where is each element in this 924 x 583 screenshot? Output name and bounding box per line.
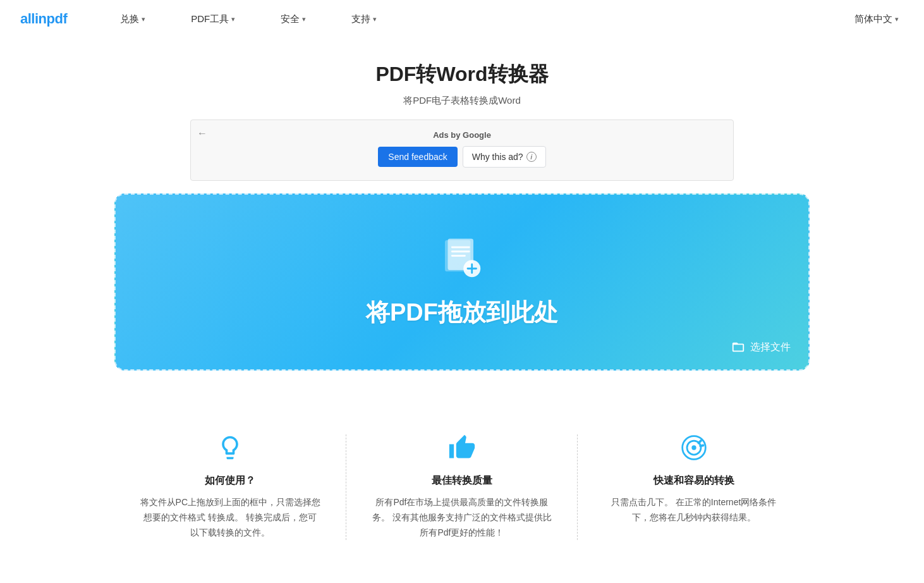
page-header: PDF转Word转换器 将PDF电子表格转换成Word [0, 38, 924, 120]
svg-point-10 [691, 445, 696, 450]
feature-title-3: 快速和容易的转换 [653, 474, 734, 488]
logo-text-1: allin [20, 11, 47, 27]
folder-open-icon [731, 340, 745, 354]
navbar: allinpdf 兑换 ▾ PDF工具 ▾ 安全 ▾ 支持 ▾ 简体中文 ▾ [0, 0, 924, 38]
feature-desc-1: 将文件从PC上拖放到上面的框中，只需选择您想要的文件格式 转换成。 转换完成后，… [140, 495, 321, 540]
cursor-click-icon [680, 434, 708, 464]
chevron-down-icon: ▾ [302, 15, 306, 23]
choose-file-button[interactable]: 选择文件 [731, 340, 791, 354]
ad-section: ← Ads by Google Send feedback Why this a… [178, 120, 746, 181]
nav-item-exchange[interactable]: 兑换 ▾ [97, 0, 168, 38]
main-content: PDF转Word转换器 将PDF电子表格转换成Word ← Ads by Goo… [0, 38, 924, 583]
chevron-down-icon: ▾ [142, 15, 145, 23]
nav-item-security[interactable]: 安全 ▾ [258, 0, 329, 38]
feature-title-1: 如何使用？ [205, 474, 255, 488]
nav-items: 兑换 ▾ PDF工具 ▾ 安全 ▾ 支持 ▾ [97, 0, 849, 38]
logo-text-2: pdf [47, 11, 68, 27]
feature-title-2: 最佳转换质量 [432, 474, 492, 488]
features-section: 如何使用？ 将文件从PC上拖放到上面的框中，只需选择您想要的文件格式 转换成。 … [102, 396, 822, 583]
chevron-down-icon: ▾ [231, 15, 235, 23]
feature-desc-3: 只需点击几下。 在正常的Internet网络条件下，您将在几秒钟内获得结果。 [603, 495, 784, 525]
chevron-down-icon: ▾ [373, 15, 377, 23]
ad-buttons: Send feedback Why this ad? i [204, 146, 720, 168]
drop-zone[interactable]: 将PDF拖放到此处 选择文件 [114, 193, 810, 371]
drop-zone-label: 将PDF拖放到此处 [366, 297, 558, 329]
logo[interactable]: allinpdf [20, 11, 67, 27]
info-icon: i [526, 152, 537, 162]
feature-how-to-use: 如何使用？ 将文件从PC上拖放到上面的框中，只需选择您想要的文件格式 转换成。 … [114, 421, 346, 553]
page-subtitle: 将PDF电子表格转换成Word [0, 95, 924, 107]
send-feedback-button[interactable]: Send feedback [378, 147, 457, 167]
nav-item-pdf-tools[interactable]: PDF工具 ▾ [168, 0, 258, 38]
ad-container: ← Ads by Google Send feedback Why this a… [190, 120, 734, 181]
drop-zone-wrapper: 将PDF拖放到此处 选择文件 [102, 193, 822, 371]
pdf-upload-icon [439, 236, 485, 284]
page-title: PDF转Word转换器 [0, 61, 924, 89]
thumbsup-icon [448, 434, 476, 464]
why-this-ad-button[interactable]: Why this ad? i [463, 146, 546, 168]
language-selector[interactable]: 简体中文 ▾ [849, 13, 904, 25]
lightbulb-icon [216, 434, 244, 464]
nav-item-support[interactable]: 支持 ▾ [329, 0, 399, 38]
feature-desc-2: 所有Pdf在市场上提供最高质量的文件转换服务。 没有其他服务支持广泛的文件格式提… [372, 495, 553, 540]
chevron-down-icon: ▾ [895, 15, 899, 23]
feature-best-quality: 最佳转换质量 所有Pdf在市场上提供最高质量的文件转换服务。 没有其他服务支持广… [346, 421, 578, 553]
feature-fast-easy: 快速和容易的转换 只需点击几下。 在正常的Internet网络条件下，您将在几秒… [578, 421, 810, 553]
back-arrow-icon[interactable]: ← [197, 128, 207, 139]
ads-by-google-label: Ads by Google [204, 130, 720, 140]
